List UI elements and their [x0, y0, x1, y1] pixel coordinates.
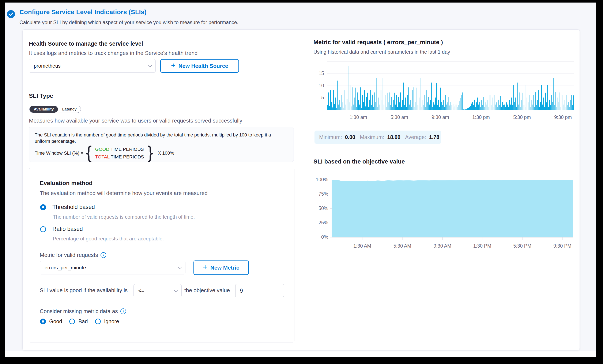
operator-selected-value: <= — [138, 288, 144, 294]
stepper-rail — [11, 2, 11, 351]
x-axis-tick-label: 1:30 PM — [467, 243, 497, 249]
metric-select[interactable]: errors_per_minute — [40, 261, 186, 274]
ratio-description: Percentage of good requests that are acc… — [53, 236, 164, 242]
metric-chart-subtitle: Using historical data and current parame… — [313, 49, 450, 55]
radio-unselected-icon[interactable] — [69, 318, 75, 324]
x-axis-tick-label: 9:30 am — [426, 115, 455, 120]
x-axis-tick-label: 1:30 am — [343, 115, 373, 120]
radio-unselected-icon[interactable] — [95, 318, 101, 324]
x-axis-tick-label: 9:30 PM — [548, 243, 577, 249]
y-axis-tick-label: 0% — [313, 234, 328, 240]
x-axis-tick-label: 5:30 AM — [388, 243, 417, 249]
chevron-down-icon — [178, 265, 182, 269]
missing-data-label: Consider missing metric data as i — [40, 308, 126, 315]
y-axis-tick-label: 50% — [313, 206, 328, 211]
y-axis-tick-label: 10 — [309, 83, 324, 89]
evaluation-method-box: Evaluation method The evaluation method … — [29, 168, 294, 342]
sli-type-description: Measures how available your service was … — [29, 117, 242, 124]
x-axis-tick-label: 5:30 pm — [507, 115, 537, 120]
metric-valid-requests-label: Metric for valid requests i — [40, 252, 106, 258]
info-icon[interactable]: i — [101, 252, 106, 258]
step-complete-check-icon — [7, 10, 15, 18]
radio-ignore[interactable]: Ignore — [95, 318, 119, 325]
y-axis-tick-label: 100% — [313, 177, 328, 183]
operator-select[interactable]: <= — [133, 284, 182, 297]
condition-middle-text: the objective value — [184, 286, 231, 295]
threshold-description: The number of valid requests is compared… — [53, 214, 195, 220]
radio-threshold-based[interactable]: Threshold based — [40, 204, 95, 211]
x-axis-tick-label: 5:30 PM — [508, 243, 537, 249]
sli-type-toggle: Availability Latency — [29, 106, 81, 113]
sli-chart-title: SLI based on the objective value — [313, 158, 405, 165]
x-axis-tick-label: 9:30 pm — [548, 115, 578, 120]
equation-rhs: X 100% — [158, 150, 174, 156]
radio-good[interactable]: Good — [40, 318, 62, 325]
equation-fraction: GOOD TIME PERIODS TOTAL TIME PERIODS — [95, 147, 144, 160]
sli-type-availability[interactable]: Availability — [30, 106, 58, 113]
sli-type-heading: SLI Type — [29, 93, 53, 99]
sli-type-latency[interactable]: Latency — [58, 106, 81, 113]
info-icon[interactable]: i — [120, 308, 126, 314]
y-axis-tick-label: 15 — [309, 70, 324, 76]
sli-equation-text: The SLI equation is the number of good t… — [35, 132, 278, 144]
health-source-selected-value: prometheus — [34, 63, 61, 69]
plus-icon: + — [171, 62, 175, 69]
missing-data-options: Good Bad Ignore — [40, 318, 119, 325]
health-source-description: It uses logs and metrics to track change… — [29, 50, 197, 56]
x-axis-tick-label: 1:30 pm — [466, 115, 496, 120]
y-axis-tick-label: 75% — [313, 191, 328, 197]
x-axis-tick-label: 9:30 AM — [428, 243, 457, 249]
page-background: Configure Service Level Indicatiors (SLI… — [5, 2, 596, 357]
sli-config-card: Health Source to manage the service leve… — [22, 29, 580, 350]
condition-prefix-text: SLI value is good if the availability is — [40, 286, 137, 295]
bottom-strip — [5, 351, 596, 357]
x-axis-tick-label: 1:30 AM — [348, 243, 377, 249]
y-axis-tick-label: 25% — [313, 220, 328, 226]
chevron-down-icon — [148, 63, 152, 67]
health-source-select[interactable]: prometheus — [29, 59, 156, 73]
equation-total: TOTAL — [95, 154, 109, 160]
page-title: Configure Service Level Indicatiors (SLI… — [19, 9, 147, 16]
evaluation-method-heading: Evaluation method — [40, 180, 93, 187]
equation-good: GOOD — [95, 147, 109, 152]
metric-spike-chart — [327, 61, 574, 112]
sli-area-chart — [330, 180, 575, 241]
radio-selected-icon[interactable] — [40, 318, 46, 324]
new-health-source-button[interactable]: + New Health Source — [160, 59, 239, 73]
metric-stats-bar: Minimum:0.00 Maximum:18.00 Average:1.78 — [314, 130, 441, 144]
radio-selected-icon[interactable] — [40, 204, 46, 210]
plus-icon: + — [203, 263, 208, 271]
metric-chart-title: Metric for valid requests ( errors_per_m… — [313, 39, 443, 46]
x-axis-tick-label: 5:30 am — [385, 115, 414, 120]
radio-bad[interactable]: Bad — [69, 318, 88, 325]
evaluation-method-description: The evaluation method will determine how… — [40, 190, 208, 197]
health-source-heading: Health Source to manage the service leve… — [29, 41, 143, 47]
equation-lhs: Time Window SLI (%) = — [35, 150, 83, 156]
y-axis-tick-label: 5 — [309, 95, 324, 101]
radio-ratio-based[interactable]: Ratio based — [40, 226, 83, 232]
sli-equation-formula: Time Window SLI (%) = { GOOD TIME PERIOD… — [35, 147, 288, 160]
chevron-down-icon — [174, 288, 178, 292]
page-subtitle: Calculate your SLI by defining which asp… — [19, 19, 238, 25]
objective-value-input[interactable] — [235, 284, 284, 297]
radio-unselected-icon[interactable] — [40, 226, 46, 232]
metric-selected-value: errors_per_minute — [45, 265, 86, 271]
sli-equation-box: The SLI equation is the number of good t… — [29, 127, 294, 162]
new-metric-button[interactable]: + New Metric — [194, 260, 249, 275]
